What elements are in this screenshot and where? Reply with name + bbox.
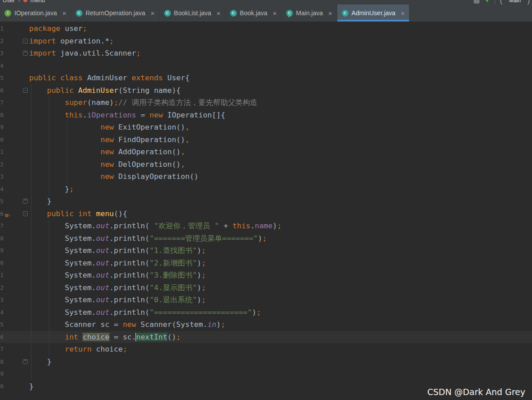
line-number[interactable]: 9 [0,121,4,134]
code-line[interactable]: 28^ } [0,356,532,368]
gutter[interactable]: 21 [0,269,29,282]
line-number[interactable]: 5 [0,72,4,84]
line-number[interactable]: 1 [0,22,4,35]
code-line[interactable]: 25 Scanner sc = new Scanner(System.in); [0,318,532,331]
code-line[interactable]: 2-import operation.*; [0,35,532,48]
code-line[interactable]: 16o↑- public int menu(){ [0,208,532,220]
gutter[interactable]: 8 [0,109,29,122]
gutter[interactable]: 1 [0,22,29,35]
gutter[interactable]: 15^ [0,195,29,208]
line-number[interactable]: 30 [0,380,4,393]
fold-start-icon[interactable]: - [23,88,28,93]
gutter[interactable]: 16o↑- [0,208,29,220]
gutter[interactable]: 28^ [0,356,29,368]
line-number[interactable]: 7 [0,96,4,109]
line-number[interactable]: 6 [0,84,4,97]
gutter[interactable]: 3^ [0,47,29,60]
line-number[interactable]: 10 [0,134,4,146]
gutter[interactable]: 19 [0,244,29,257]
code-line[interactable]: 12 new DelOperation(), [0,158,532,171]
fold-end-icon[interactable]: ^ [23,199,28,204]
gutter[interactable]: 26 [0,331,29,343]
gutter[interactable]: 18 [0,232,29,245]
code-line[interactable]: 17 System.out.println( "欢迎你，管理员 " + this… [0,220,532,232]
line-number[interactable]: 17 [0,220,4,232]
code-editor[interactable]: 1package user;2-import operation.*;3^imp… [0,22,532,400]
fold-start-icon[interactable]: - [23,39,28,43]
tab-Main.java[interactable]: CMain.java× [282,4,337,22]
line-number[interactable]: 3 [0,47,4,60]
code-line[interactable]: 3^import java.util.Scanner; [0,47,532,60]
code-line[interactable]: 5public class AdminUser extends User{ [0,72,532,84]
gutter[interactable]: 10 [0,134,29,146]
line-number[interactable]: 29 [0,368,4,380]
close-tab-icon[interactable]: × [62,10,66,17]
gutter[interactable]: 25 [0,318,29,331]
gutter[interactable]: 4 [0,60,29,72]
code-line[interactable]: 19 System.out.println("1.查找图书"); [0,244,532,257]
code-line[interactable]: 26 int choice = sc.nextInt(); [0,331,532,343]
fold-end-icon[interactable]: ^ [23,51,28,56]
code-line[interactable]: 18 System.out.println("=======管理员菜单=====… [0,232,532,245]
line-number[interactable]: 22 [0,282,4,294]
line-number[interactable]: 19 [0,244,4,257]
fold-end-icon[interactable]: ^ [23,359,28,364]
gutter[interactable]: 12 [0,158,29,171]
line-number[interactable]: 25 [0,318,4,331]
gutter[interactable]: 22 [0,282,29,294]
code-line[interactable]: 14 }; [0,183,532,196]
gutter[interactable]: 23 [0,294,29,306]
gutter[interactable]: 14 [0,183,29,196]
tab-IOperation.java[interactable]: IIOperation.java× [0,4,71,22]
gutter[interactable]: 24 [0,306,29,319]
tab-Book.java[interactable]: CBook.java× [226,4,282,22]
close-tab-icon[interactable]: × [328,10,332,17]
gutter[interactable]: 17 [0,220,29,232]
line-number[interactable]: 18 [0,232,4,245]
line-number[interactable]: 24 [0,306,4,319]
gutter[interactable]: 13 [0,170,29,183]
run-config-selector[interactable]: Main [501,0,529,4]
line-number[interactable]: 15 [0,195,4,208]
line-number[interactable]: 14 [0,183,4,196]
gutter[interactable]: 5 [0,72,29,84]
gutter[interactable]: 9 [0,121,29,134]
gutter[interactable]: 7 [0,96,29,109]
line-number[interactable]: 28 [0,356,4,368]
line-number[interactable]: 27 [0,343,4,356]
close-tab-icon[interactable]: × [217,10,221,17]
tab-ReturnOperation.java[interactable]: CReturnOperation.java× [71,4,160,22]
breadcrumb-user[interactable]: User [3,0,15,4]
code-line[interactable]: 29 [0,368,532,380]
gutter[interactable]: 11 [0,146,29,158]
code-line[interactable]: 21 System.out.println("3.删除图书"); [0,269,532,282]
code-line[interactable]: 6- public AdminUser(String name){ [0,84,532,97]
code-line[interactable]: 9 new ExitOperation(), [0,121,532,134]
gutter[interactable]: 30 [0,380,29,393]
code-line[interactable]: 20 System.out.println("2.新增图书"); [0,257,532,270]
code-line[interactable]: 15^ } [0,195,532,208]
line-number[interactable]: 26 [0,331,4,343]
close-tab-icon[interactable]: × [401,10,405,17]
line-number[interactable]: 16 [0,208,4,220]
line-number[interactable]: 21 [0,269,4,282]
code-line[interactable]: 11 new AddOperation(), [0,146,532,158]
code-line[interactable]: 7 super(name);// 调用子类构造方法，要先帮助父类构造 [0,96,532,109]
tab-BookList.java[interactable]: CBookList.java× [160,4,226,22]
code-line[interactable]: 13 new DisplayOperation() [0,170,532,183]
gutter[interactable]: 6- [0,84,29,97]
code-line[interactable]: 8 this.iOperations = new IOperation[]{ [0,109,532,122]
breadcrumb-menu[interactable]: menu [31,0,45,4]
close-tab-icon[interactable]: × [273,10,277,17]
line-number[interactable]: 12 [0,158,4,171]
line-number[interactable]: 23 [0,294,4,306]
line-number[interactable]: 20 [0,257,4,270]
gutter[interactable]: 2- [0,35,29,48]
close-tab-icon[interactable]: × [151,10,155,17]
code-line[interactable]: 22 System.out.println("4.显示图书"); [0,282,532,294]
line-number[interactable]: 11 [0,146,4,158]
line-number[interactable]: 8 [0,109,4,122]
line-number[interactable]: 4 [0,60,4,72]
gutter[interactable]: 29 [0,368,29,380]
gutter[interactable]: 20 [0,257,29,270]
